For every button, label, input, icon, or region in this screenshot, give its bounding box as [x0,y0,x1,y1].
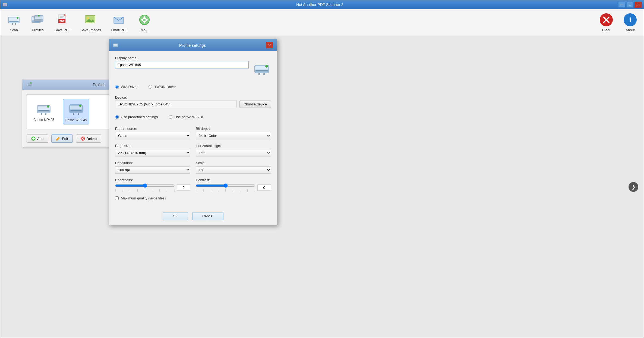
predefined-settings-radio[interactable] [115,115,119,119]
resolution-select[interactable]: 75 dpi 100 dpi 150 dpi 200 dpi 300 dpi 6… [115,166,190,174]
save-pdf-icon: PDF [56,13,70,27]
svg-rect-22 [60,17,63,18]
title-bar-controls: — □ ✕ [618,2,642,8]
ok-button[interactable]: OK [163,212,188,220]
svg-point-41 [30,82,31,84]
scroll-right-button[interactable]: ❯ [629,182,638,192]
cancel-button[interactable]: Cancel [192,212,223,220]
svg-rect-69 [256,70,268,71]
page-size-col: Page size: A4 (210x297 mm) A5 (148x210 m… [115,144,190,157]
horizontal-align-select[interactable]: Left Center Right [196,149,271,157]
toolbar-item-save-pdf[interactable]: PDF Save PDF [51,11,74,34]
save-images-icon [84,13,98,27]
choose-device-button[interactable]: Choose device [239,101,271,108]
edit-profile-label: Edit [62,137,68,141]
dialog-footer: OK Cancel [109,209,277,225]
page-size-label: Page size: [115,144,190,148]
toolbar-item-email-pdf[interactable]: Email PDF [107,11,131,34]
clear-label: Clear [602,28,610,32]
profile-item-epson[interactable]: Epson WF 845 [63,99,89,124]
contrast-slider[interactable] [196,183,255,188]
add-profile-label: Add [37,137,43,141]
add-profile-button[interactable]: Add [27,134,48,143]
epson-profile-icon [68,101,84,117]
toolbar-item-about[interactable]: i About [619,11,641,34]
add-icon [31,136,36,141]
svg-rect-48 [45,113,46,115]
toolbar-item-profiles[interactable]: Profiles [27,11,49,34]
bit-depth-select[interactable]: 24-bit Color 8-bit Grayscale 1-bit Black… [196,132,271,139]
toolbar-item-move[interactable]: Mo... [134,11,155,34]
dialog-header-icon [113,42,119,48]
svg-rect-47 [41,113,42,115]
svg-rect-27 [89,23,92,23]
native-wia-radio[interactable] [169,115,172,119]
predefined-settings-label: Use predefined settings [121,115,158,119]
contrast-value-input[interactable] [257,184,271,191]
page-size-align-row: Page size: A4 (210x297 mm) A5 (148x210 m… [115,144,271,157]
max-quality-checkbox[interactable] [115,196,119,200]
predefined-settings-radio-group: Use predefined settings [115,115,158,119]
toolbar-item-save-images[interactable]: Save Images [77,11,105,34]
move-label: Mo... [141,28,149,32]
toolbar: Scan Profiles [0,9,644,36]
delete-profile-label: Delete [87,137,97,141]
brightness-contrast-row: Brightness: | | | | | | [115,178,271,192]
save-pdf-label: Save PDF [55,28,71,32]
brightness-slider[interactable] [115,183,175,188]
save-images-label: Save Images [80,28,101,32]
svg-rect-1 [3,4,7,6]
delete-profile-button[interactable]: Delete [76,134,102,143]
wia-driver-radio[interactable] [115,85,119,89]
scan-label: Scan [10,28,18,32]
close-button[interactable]: ✕ [634,2,642,8]
page-size-select[interactable]: A4 (210x297 mm) A5 (148x210 mm) Letter (… [115,149,190,157]
dialog-close-button[interactable]: ✕ [266,42,273,48]
profile-canon-label: Canon MP495 [33,118,54,122]
dialog-header: Profile settings ✕ [109,39,277,51]
svg-rect-55 [78,113,79,115]
native-wia-radio-group: Use native WIA UI [169,115,203,119]
window-title: Not Another PDF Scanner 2 [21,2,618,7]
svg-point-46 [47,105,49,108]
dialog-title: Profile settings [179,43,206,48]
svg-rect-15 [34,19,43,21]
scan-icon [7,13,21,27]
svg-point-16 [38,15,40,17]
resolution-col: Resolution: 75 dpi 100 dpi 150 dpi 200 d… [115,161,190,174]
profile-epson-label: Epson WF 845 [65,118,87,122]
twain-driver-radio[interactable] [149,85,152,89]
twain-driver-radio-group: TWAIN Driver [149,85,176,89]
toolbar-item-scan[interactable]: Scan [3,11,25,34]
brightness-value-input[interactable] [177,184,190,191]
profile-item-canon[interactable]: Canon MP495 [31,99,56,124]
toolbar-item-clear[interactable]: Clear [595,11,617,34]
edit-icon [56,136,60,141]
resolution-label: Resolution: [115,161,190,165]
max-quality-row: Maximum quality (large files) [115,196,271,200]
edit-profile-button[interactable]: Edit [51,134,72,143]
svg-rect-65 [113,46,118,47]
brightness-col: Brightness: | | | | | | [115,178,190,192]
svg-rect-2 [3,3,7,4]
wia-driver-label: WIA Driver [121,85,138,89]
resolution-scale-row: Resolution: 75 dpi 100 dpi 150 dpi 200 d… [115,161,271,174]
minimize-button[interactable]: — [618,2,625,8]
display-name-input[interactable] [115,61,249,68]
scale-label: Scale: [196,161,271,165]
title-bar: Not Another PDF Scanner 2 — □ ✕ [0,0,644,9]
svg-point-7 [17,17,18,19]
scale-select[interactable]: 1:1 1:2 2:1 [196,166,271,174]
svg-text:i: i [629,15,631,24]
native-wia-label: Use native WIA UI [175,115,203,119]
paper-source-select[interactable]: Glass ADF ADF Duplex [115,132,190,139]
canon-profile-icon [36,101,51,116]
main-window: Not Another PDF Scanner 2 — □ ✕ Scan [0,0,644,338]
dialog-title-area: Profile settings [119,43,266,48]
svg-rect-8 [12,23,13,25]
brightness-label: Brightness: [115,178,190,182]
move-icon [137,13,151,27]
clear-icon [599,13,613,27]
twain-driver-label: TWAIN Driver [154,85,176,89]
restore-button[interactable]: □ [626,2,633,8]
